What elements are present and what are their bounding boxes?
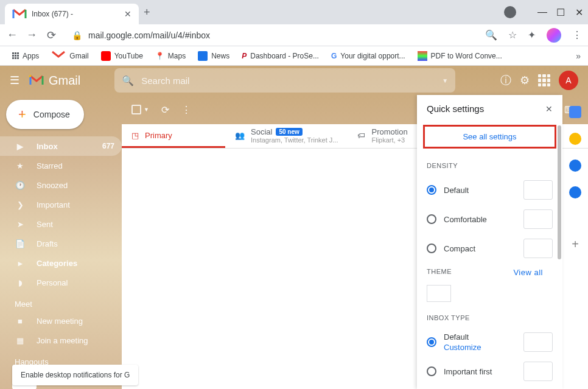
apps-bookmark[interactable]: Apps [7, 49, 44, 63]
theme-section-title: THEME View all [417, 263, 562, 281]
search-icon: 🔍 [122, 75, 134, 86]
bookmarks-bar: Apps Gmail YouTube 📍Maps News PDashboard… [0, 46, 588, 66]
bookmark-star-icon[interactable]: ☆ [508, 29, 517, 41]
inbox-type-important-first[interactable]: Important first [417, 357, 562, 386]
refresh-button[interactable]: ⟳ [161, 104, 169, 116]
bookmark-digital[interactable]: GYour digital opport... [326, 49, 410, 63]
density-comfortable[interactable]: Comfortable [417, 205, 562, 234]
address-bar[interactable]: 🔒 mail.google.com/mail/u/4/#inbox [65, 27, 478, 44]
social-badge: 50 new [276, 128, 302, 136]
bookmark-dashboard[interactable]: PDashboard - ProSe... [237, 49, 324, 63]
close-window-button[interactable]: ✕ [575, 8, 583, 16]
inbox-preview [523, 362, 553, 381]
chevron-down-icon: ▼ [144, 107, 149, 113]
quick-settings-panel: Quick settings ✕ See all settings DENSIT… [417, 95, 562, 389]
nav-sent[interactable]: ➤Sent [0, 214, 122, 234]
new-meeting-button[interactable]: ■New meeting [0, 311, 122, 331]
nav-drafts[interactable]: 📄Drafts [0, 234, 122, 253]
search-options-icon[interactable]: ▼ [442, 77, 448, 84]
search-bar[interactable]: 🔍 Search mail ▼ [114, 68, 455, 93]
tab-close-icon[interactable]: ✕ [124, 9, 131, 19]
account-avatar[interactable]: A [559, 71, 578, 90]
pdf-icon [418, 51, 427, 61]
radio-icon [427, 244, 436, 253]
see-all-settings-button[interactable]: See all settings [423, 125, 556, 149]
contacts-icon[interactable] [569, 186, 581, 198]
gmail-logo[interactable]: Gmail [29, 74, 80, 88]
tab-primary[interactable]: ◳ Primary [122, 124, 225, 148]
bookmark-gmail[interactable]: Gmail [46, 48, 93, 64]
tab-social[interactable]: 👥 Social 50 new Instagram, Twitter, Trin… [225, 124, 348, 148]
nav-inbox[interactable]: ▶ Inbox 677 [0, 136, 122, 156]
calendar-icon[interactable] [569, 106, 581, 118]
radio-icon [427, 185, 436, 195]
extensions-icon[interactable]: ✦ [528, 29, 536, 41]
support-icon[interactable]: ⓘ [500, 73, 511, 88]
keep-icon[interactable] [569, 133, 581, 145]
tab-promotions[interactable]: 🏷 Promotion Flipkart, +3 [348, 124, 417, 148]
bookmark-pdf[interactable]: PDF to Word Conve... [413, 49, 507, 63]
customize-link[interactable]: Customize [444, 343, 516, 352]
theme-view-all-link[interactable]: View all [513, 268, 543, 277]
bookmarks-overflow-icon[interactable]: » [576, 51, 581, 61]
compose-button[interactable]: + Compose [6, 100, 84, 129]
nav-snoozed[interactable]: 🕐Snoozed [0, 175, 122, 195]
browser-tab[interactable]: Inbox (677) - ✕ [5, 4, 139, 24]
google-apps-icon[interactable] [538, 74, 550, 86]
inbox-preview [523, 332, 553, 352]
star-icon: ★ [15, 160, 26, 171]
back-button[interactable]: ← [6, 29, 18, 41]
nav-starred[interactable]: ★Starred [0, 156, 122, 175]
checkbox-icon [131, 105, 141, 114]
maximize-button[interactable]: ☐ [556, 8, 565, 16]
gmail-app: ☰ Gmail 🔍 Search mail ▼ ⓘ ⚙ A + Compose [0, 66, 588, 389]
drafts-icon: 📄 [15, 238, 26, 249]
notification-banner[interactable]: Enable desktop notifications for G [12, 365, 138, 385]
density-default[interactable]: Default [417, 175, 562, 205]
bookmark-news[interactable]: News [193, 49, 234, 63]
primary-icon: ◳ [131, 131, 139, 140]
google-g-icon: G [331, 52, 337, 60]
forward-button[interactable]: → [26, 29, 38, 41]
theme-thumbnail[interactable] [427, 285, 451, 302]
bookmark-youtube[interactable]: YouTube [96, 49, 148, 63]
settings-title: Quick settings [427, 103, 484, 114]
inbox-type-default[interactable]: Default Customize [417, 328, 562, 357]
bookmark-maps[interactable]: 📍Maps [150, 49, 191, 63]
density-section-title: DENSITY [417, 157, 562, 175]
gmail-m-icon [29, 75, 44, 86]
profile-indicator-icon[interactable] [504, 6, 516, 18]
radio-icon [427, 366, 436, 376]
settings-close-icon[interactable]: ✕ [545, 104, 553, 114]
density-compact[interactable]: Compact [417, 234, 562, 263]
settings-scrollbar[interactable] [558, 125, 561, 259]
nav-important[interactable]: ❯Important [0, 195, 122, 214]
more-actions-icon[interactable]: ⋮ [181, 104, 191, 116]
social-icon: 👥 [235, 131, 245, 140]
select-all-checkbox[interactable]: ▼ [131, 105, 149, 114]
reload-button[interactable]: ⟳ [45, 29, 57, 42]
new-tab-button[interactable]: + [144, 6, 150, 19]
add-addon-icon[interactable]: + [572, 237, 579, 251]
density-preview [523, 180, 553, 200]
zoom-icon[interactable]: 🔍 [485, 29, 497, 41]
radio-icon [427, 337, 436, 347]
nav-personal[interactable]: ◗Personal [0, 273, 122, 292]
settings-gear-icon[interactable]: ⚙ [520, 74, 530, 87]
label-icon: ◗ [15, 277, 26, 288]
join-meeting-button[interactable]: ▦Join a meeting [0, 331, 122, 350]
tasks-icon[interactable] [569, 159, 581, 172]
search-placeholder: Search mail [141, 75, 189, 86]
lock-icon: 🔒 [72, 30, 82, 40]
minimize-button[interactable]: — [538, 8, 547, 16]
browser-menu-icon[interactable]: ⋮ [572, 29, 582, 41]
video-icon: ■ [15, 315, 26, 326]
profile-avatar-icon[interactable] [547, 28, 561, 43]
keyboard-icon: ▦ [15, 335, 26, 346]
main-menu-icon[interactable]: ☰ [10, 74, 19, 87]
meet-section-title: Meet [0, 292, 122, 311]
important-icon: ❯ [15, 199, 26, 210]
nav-categories[interactable]: ▸Categories [0, 253, 122, 273]
side-panel: + [562, 95, 588, 389]
main-area: ▼ ⟳ ⋮ 1–50 of 701 ‹ › ⌨ ◳ Primary 👥 [122, 95, 588, 389]
